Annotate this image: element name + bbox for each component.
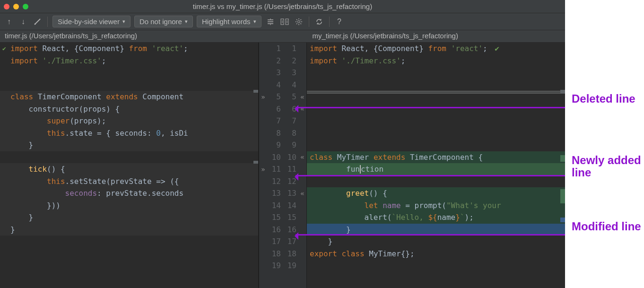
left-line-number: 10 — [267, 153, 283, 162]
code-line — [307, 115, 565, 127]
apply-left-chevron-icon[interactable]: « — [298, 190, 306, 197]
check-icon: ✔ — [490, 44, 499, 53]
left-line-number: 17 — [267, 237, 283, 246]
left-line-number: 7 — [267, 116, 283, 125]
gutter-row: 11 — [259, 43, 306, 55]
code-line — [0, 151, 258, 164]
right-line-number: 9 — [283, 140, 298, 149]
gutter-row: 99 — [259, 139, 306, 151]
gutter-row: 1212 — [259, 175, 306, 188]
code-line — [307, 260, 565, 272]
gutter-row: 1010« — [259, 151, 306, 164]
gutter-row: 66« — [259, 103, 306, 115]
window-titlebar: timer.js vs my_timer.js (/Users/jetbrain… — [0, 0, 565, 13]
code-line: greet() { — [307, 187, 565, 200]
right-pane[interactable]: import React, {Component} from 'react'; … — [307, 43, 565, 288]
right-line-number: 8 — [283, 129, 298, 138]
code-line: this.state = { seconds: 0, isDi — [0, 127, 258, 140]
highlight-mode-dropdown[interactable]: Highlight words — [197, 16, 261, 27]
annotation-label-deleted: Deleted line — [572, 93, 643, 105]
view-mode-dropdown[interactable]: Side-by-side viewer — [52, 16, 131, 27]
code-line: } — [0, 139, 258, 151]
toolbar-separator — [47, 17, 48, 27]
apply-right-chevron-icon[interactable]: » — [259, 166, 267, 173]
left-line-number: 16 — [267, 225, 283, 234]
apply-left-chevron-icon[interactable]: « — [298, 105, 306, 113]
apply-left-chevron-icon[interactable]: « — [298, 93, 306, 101]
code-line: })) — [0, 200, 258, 212]
annotation-arrow — [296, 234, 565, 236]
annotation-label-modified: Modified line — [572, 220, 643, 233]
gutter-row: 1313« — [259, 187, 306, 200]
edit-icon[interactable] — [32, 17, 43, 27]
gear-icon[interactable] — [294, 17, 304, 27]
code-line — [307, 94, 565, 103]
right-line-number: 5 — [283, 92, 298, 101]
left-line-number: 2 — [267, 56, 283, 65]
left-line-number: 6 — [267, 105, 283, 113]
annotation-arrow — [296, 107, 565, 108]
code-line: constructor(props) { — [0, 103, 258, 115]
right-line-number: 3 — [283, 68, 298, 77]
left-pane[interactable]: ✔ import React, {Component} from 'react'… — [0, 43, 259, 288]
prev-diff-icon[interactable]: ↑ — [4, 17, 14, 27]
diff-viewer-window: timer.js vs my_timer.js (/Users/jetbrain… — [0, 0, 565, 288]
code-line: import './Timer.css'; — [307, 55, 565, 67]
ignore-mode-dropdown[interactable]: Do not ignore — [134, 16, 193, 27]
right-file-title: my_timer.js (/Users/jetbrains/ts_js_refa… — [258, 30, 566, 42]
gutter-row: 33 — [259, 67, 306, 79]
apply-left-chevron-icon[interactable]: « — [298, 153, 306, 161]
check-icon: ✔ — [1, 43, 8, 54]
left-line-number: 18 — [267, 249, 283, 258]
code-line — [307, 103, 565, 115]
right-line-number: 19 — [283, 261, 298, 270]
gutter-row: 1515 — [259, 211, 306, 224]
toolbar-separator — [329, 17, 330, 27]
left-line-number: 13 — [267, 189, 283, 198]
left-file-title: timer.js (/Users/jetbrains/ts_js_refacto… — [0, 30, 258, 42]
gutter-row: 22 — [259, 55, 306, 67]
gutter-row: »55« — [259, 91, 306, 103]
refresh-icon[interactable] — [314, 17, 324, 27]
left-line-number: 4 — [267, 80, 283, 89]
right-line-number: 7 — [283, 116, 298, 125]
left-line-number: 14 — [267, 201, 283, 210]
code-line: import './Timer.css'; — [0, 55, 258, 67]
file-titles-row: timer.js (/Users/jetbrains/ts_js_refacto… — [0, 30, 565, 43]
code-line — [0, 79, 258, 91]
sync-scroll-icon[interactable] — [279, 17, 290, 27]
code-line — [307, 127, 565, 140]
code-line — [307, 139, 565, 151]
left-line-number: 15 — [267, 213, 283, 222]
right-line-number: 13 — [283, 189, 298, 198]
right-line-number: 15 — [283, 213, 298, 222]
annotations-panel: Deleted line Newly added line Modified l… — [565, 0, 644, 288]
code-line: } — [0, 211, 258, 224]
code-line: let name = prompt("What's your — [307, 200, 565, 212]
gutter-row: 88 — [259, 127, 306, 140]
right-marker-strip[interactable] — [560, 43, 565, 288]
right-line-number: 11 — [283, 165, 298, 174]
left-line-number: 9 — [267, 140, 283, 149]
code-line: import React, {Component} from 'react'; — [0, 43, 258, 55]
left-marker-strip[interactable] — [253, 43, 258, 288]
code-line: class MyTimer extends TimerComponent { — [307, 151, 565, 164]
left-line-number: 11 — [267, 165, 283, 174]
next-diff-icon[interactable]: ↓ — [18, 17, 28, 27]
left-line-number: 12 — [267, 177, 283, 186]
code-line: } — [307, 236, 565, 248]
gutter-row: 1919 — [259, 260, 306, 272]
gutter-row: »1111 — [259, 163, 306, 175]
code-line: seconds: prevState.seconds — [0, 187, 258, 200]
left-line-number: 1 — [267, 44, 283, 53]
gutter-row: 1414 — [259, 200, 306, 212]
annotation-label-added: Newly added line — [572, 154, 643, 179]
help-icon[interactable]: ? — [334, 17, 345, 27]
left-line-number: 8 — [267, 129, 283, 138]
right-line-number: 4 — [283, 80, 298, 89]
right-line-number: 14 — [283, 201, 298, 210]
left-line-number: 3 — [267, 68, 283, 77]
collapse-unchanged-icon[interactable] — [265, 17, 276, 27]
code-line: class TimerComponent extends Component — [0, 91, 258, 103]
apply-right-chevron-icon[interactable]: » — [259, 93, 267, 101]
